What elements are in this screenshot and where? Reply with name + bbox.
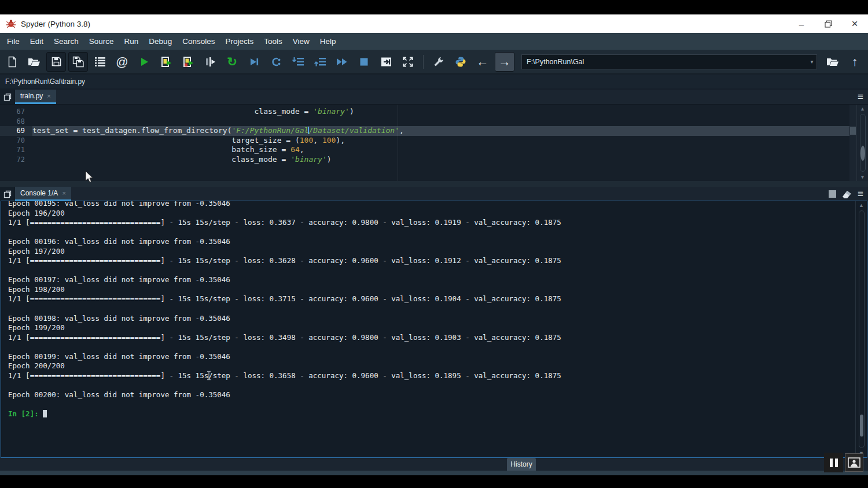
back-button[interactable]: ← <box>473 52 492 72</box>
code-text <box>32 117 868 127</box>
text-cursor <box>206 371 212 380</box>
menu-item-tools[interactable]: Tools <box>259 33 288 50</box>
console-options-menu-icon[interactable]: ≡ <box>858 189 863 199</box>
editor-scroll-down-icon[interactable]: ▼ <box>861 173 864 181</box>
step-over-button[interactable] <box>266 52 286 72</box>
save-file-button[interactable] <box>46 52 66 72</box>
ipython-console[interactable]: Epoch 00195: val_loss did not improve fr… <box>1 201 867 458</box>
code-token: , <box>399 126 404 135</box>
editor-browse-tabs-button[interactable] <box>0 90 15 104</box>
working-directory-combobox[interactable]: F:\PythonRun\Gal ▾ <box>521 54 817 69</box>
forward-button[interactable]: → <box>495 52 514 72</box>
editor-options-menu-icon[interactable]: ≡ <box>858 92 863 102</box>
minimize-button[interactable]: – <box>788 14 815 33</box>
run-file-button[interactable] <box>134 52 154 72</box>
maximize-pane-button[interactable] <box>398 52 418 72</box>
tab-close-icon[interactable]: × <box>47 93 50 99</box>
menu-item-view[interactable]: View <box>288 33 315 50</box>
editor-scroll-up-icon[interactable]: ▲ <box>861 105 864 113</box>
maximize-pane-icon <box>402 56 414 68</box>
menu-item-edit[interactable]: Edit <box>25 33 49 50</box>
editor-line-70: 70 target_size = (100, 100), <box>0 136 868 146</box>
step-into-button[interactable] <box>288 52 308 72</box>
editor-scrollbar[interactable]: ▲ ▼ <box>856 105 868 181</box>
line-number: 71 <box>0 145 32 155</box>
find-symbols-button[interactable]: @ <box>112 52 132 72</box>
console-scrollbar[interactable]: ▲ ▼ <box>855 201 867 457</box>
preferences-button[interactable] <box>429 52 448 72</box>
file-switcher-button[interactable] <box>90 52 110 72</box>
editor-scroll-track[interactable] <box>860 114 866 172</box>
letterbox-top <box>0 0 868 14</box>
code-text: class_mode = 'binary') <box>32 107 868 117</box>
console-scroll-up-icon[interactable]: ▲ <box>859 201 864 209</box>
console-line: 1/1 [==============================] - 1… <box>8 294 853 304</box>
rerun-cell-button[interactable]: ↻ <box>222 52 242 72</box>
code-token: class_mode = <box>32 107 313 116</box>
external-run-icon <box>380 56 392 68</box>
run-selection-icon <box>204 56 216 68</box>
run-external-button[interactable] <box>376 52 396 72</box>
menu-item-projects[interactable]: Projects <box>220 33 259 50</box>
menu-item-search[interactable]: Search <box>49 33 84 50</box>
console-line: Epoch 00198: val_loss did not improve fr… <box>8 314 853 324</box>
video-pip-button[interactable] <box>845 453 863 472</box>
browse-working-directory-button[interactable] <box>823 52 843 72</box>
close-icon: × <box>851 17 858 30</box>
parent-directory-button[interactable]: ↑ <box>845 52 865 72</box>
menu-item-source[interactable]: Source <box>84 33 119 50</box>
tab-history[interactable]: History <box>507 458 536 471</box>
tab-train-py[interactable]: train.py × <box>15 90 56 104</box>
pane-splitter[interactable] <box>0 181 868 187</box>
combobox-caret-icon[interactable]: ▾ <box>807 58 816 65</box>
menu-item-debug[interactable]: Debug <box>144 33 177 50</box>
debug-file-button[interactable] <box>244 52 264 72</box>
clear-console-icon[interactable] <box>841 190 852 198</box>
line-number: 69 <box>0 126 32 136</box>
console-scroll-thumb[interactable] <box>860 415 863 437</box>
run-cell-advance-icon <box>182 56 194 68</box>
breadcrumb: F:\PythonRun\Gal\train.py <box>0 75 868 88</box>
video-pause-button[interactable] <box>824 453 843 472</box>
console-line: Epoch 00195: val_loss did not improve fr… <box>8 201 853 209</box>
console-browse-tabs-button[interactable] <box>0 187 15 201</box>
pythonpath-button[interactable] <box>451 52 470 72</box>
tab-console-1a[interactable]: Console 1/A × <box>15 187 71 201</box>
menu-item-run[interactable]: Run <box>119 33 144 50</box>
forward-arrow-icon: → <box>499 56 511 68</box>
code-token: target_size = ( <box>32 136 300 145</box>
up-arrow-icon: ↑ <box>852 56 858 68</box>
run-cell-button[interactable] <box>156 52 176 72</box>
console-line: Epoch 196/200 <box>8 209 853 219</box>
run-selection-button[interactable] <box>200 52 220 72</box>
step-return-button[interactable] <box>310 52 330 72</box>
interrupt-kernel-icon[interactable] <box>829 190 836 198</box>
menu-item-help[interactable]: Help <box>315 33 341 50</box>
menu-item-file[interactable]: File <box>2 33 25 50</box>
console-line: 1/1 [==============================] - 1… <box>8 256 853 266</box>
open-file-button[interactable] <box>24 52 44 72</box>
console-line <box>8 228 853 238</box>
editor-lines: 67 class_mode = 'binary')6869test_set = … <box>0 105 868 165</box>
run-cell-advance-button[interactable] <box>178 52 198 72</box>
code-token: 100 <box>300 136 313 145</box>
continue-button[interactable] <box>332 52 352 72</box>
back-arrow-icon: ← <box>477 56 489 68</box>
console-scroll-track[interactable] <box>859 210 865 448</box>
code-token: 64 <box>290 145 300 154</box>
code-text: target_size = (100, 100), <box>32 136 868 146</box>
editor-scroll-thumb[interactable] <box>860 146 865 161</box>
run-icon <box>138 56 150 68</box>
close-button[interactable]: × <box>841 14 868 33</box>
code-token: , <box>300 145 304 154</box>
new-file-button[interactable] <box>2 52 22 72</box>
browse-folder-icon <box>826 56 839 68</box>
code-token: 'binary' <box>313 107 350 116</box>
menu-item-consoles[interactable]: Consoles <box>177 33 220 50</box>
console-line <box>8 380 853 390</box>
restore-button[interactable] <box>815 14 841 33</box>
code-editor[interactable]: 67 class_mode = 'binary')6869test_set = … <box>0 105 868 181</box>
tab-close-icon[interactable]: × <box>62 190 65 197</box>
stop-debug-button[interactable] <box>354 52 374 72</box>
save-all-button[interactable] <box>68 52 88 72</box>
